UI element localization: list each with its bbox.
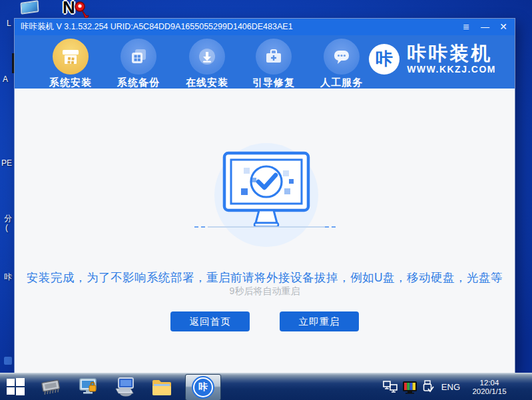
kaka-logo-icon: 咔 [369, 44, 399, 75]
kaka-installer-window: 咔咔装机 V 3.1.532.254 URID:A5C84DD9A1655055… [15, 19, 515, 373]
download-icon [189, 39, 225, 75]
nav-item-system-backup[interactable]: 系统备份 [105, 39, 172, 89]
clock[interactable]: 12:04 2020/1/15 [465, 379, 513, 396]
desktop-icon-fragment [4, 357, 12, 365]
monitor-check-illustration [220, 150, 313, 229]
window-controls: ≡ — ✕ [460, 19, 509, 35]
taskbar-memory-chip-icon[interactable] [40, 373, 63, 400]
ground-line [194, 226, 338, 228]
desktop-monitor-icon[interactable] [21, 0, 39, 15]
desktop-icon-label-fragment: A [3, 75, 8, 84]
taskbar-kaka-app-button[interactable]: 咔 [185, 374, 221, 400]
language-indicator[interactable]: ENG [441, 382, 460, 392]
taskbar-remote-desktop-icon[interactable] [113, 373, 137, 400]
brand-name: 咔咔装机 [407, 43, 496, 63]
nav-label: 人工服务 [308, 77, 375, 89]
tray-time: 12:04 [465, 379, 513, 387]
restart-countdown: 9秒后将自动重启 [15, 286, 515, 298]
red-key-icon [73, 1, 91, 19]
minimize-icon[interactable]: — [479, 19, 491, 35]
desktop-icon-label-fragment: ( [5, 223, 8, 232]
nav-item-online-install[interactable]: 在线安装 [174, 39, 240, 89]
window-title: 咔咔装机 V 3.1.532.254 URID:A5C84DD9A1655055… [21, 21, 293, 33]
action-buttons: 返回首页 立即重启 [15, 311, 515, 331]
kaka-app-icon: 咔 [193, 377, 213, 397]
toolbox-icon [256, 39, 292, 75]
desktop-password-key-icon[interactable]: N [63, 0, 93, 19]
backup-icon [121, 39, 156, 75]
nav-bar: 系统安装 系统备份 [15, 35, 515, 89]
nav-label: 在线安装 [174, 77, 240, 89]
taskbar-display-settings-icon[interactable] [77, 373, 100, 400]
desktop: N L A PE 分 ( 咔 咔咔装机 V 3.1.532.254 URID:A… [0, 0, 532, 400]
desktop-icon-label-fragment: PE [1, 158, 12, 168]
close-icon[interactable]: ✕ [497, 19, 509, 35]
chat-bubble-icon [324, 39, 360, 75]
nav-label: 引导修复 [240, 77, 307, 89]
brand-website: WWW.KKZJ.COM [407, 64, 496, 75]
usb-eject-icon[interactable] [422, 380, 434, 394]
nav-item-system-install[interactable]: 系统安装 [37, 39, 104, 89]
nav-item-support[interactable]: 人工服务 [308, 39, 375, 89]
titlebar[interactable]: 咔咔装机 V 3.1.532.254 URID:A5C84DD9A1655055… [15, 19, 515, 35]
windows-logo-icon [7, 378, 25, 396]
brand-logo: 咔 咔咔装机 WWW.KKZJ.COM [369, 43, 496, 75]
menu-icon[interactable]: ≡ [460, 19, 472, 35]
install-box-icon [53, 39, 89, 75]
start-button[interactable] [4, 373, 27, 400]
desktop-icon-label-fragment: 咔 [4, 272, 12, 283]
nav-label: 系统备份 [105, 77, 172, 89]
nav-item-boot-repair[interactable]: 引导修复 [240, 39, 307, 89]
tray-date: 2020/1/15 [465, 387, 513, 396]
taskbar: 咔 [0, 373, 532, 400]
home-button[interactable]: 返回首页 [170, 311, 250, 331]
desktop-icon-label-fragment: L [7, 19, 11, 28]
network-icon[interactable] [383, 381, 398, 393]
nav-label: 系统安装 [37, 77, 104, 89]
system-tray: ENG 12:04 2020/1/15 [383, 373, 532, 400]
install-complete-message: 安装完成，为了不影响系统部署，重启前请将外接设备拔掉，例如U盘，移动硬盘，光盘等 [15, 270, 515, 286]
display-color-icon[interactable] [402, 381, 417, 394]
restart-button[interactable]: 立即重启 [280, 311, 359, 331]
taskbar-file-explorer-icon[interactable] [150, 373, 173, 400]
content-area: 安装完成，为了不影响系统部署，重启前请将外接设备拔掉，例如U盘，移动硬盘，光盘等… [15, 89, 515, 373]
